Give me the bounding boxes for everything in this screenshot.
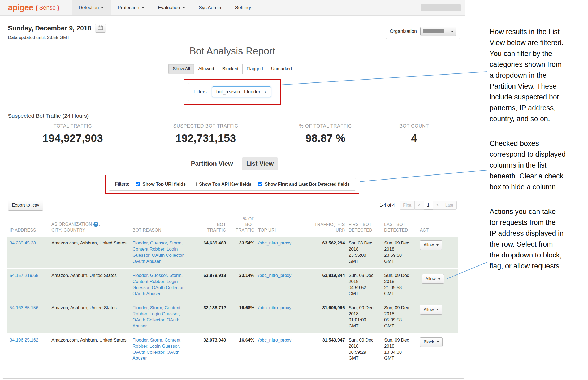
first-bot-detected-cell: Sun, 09 Dec 2018 01:01:00 GMT — [349, 301, 384, 333]
col-last-bot-detected: LAST BOT DETECTED — [384, 214, 420, 236]
export-csv-button[interactable]: Export to .csv — [8, 200, 43, 211]
pagination-last[interactable]: Last — [442, 201, 457, 210]
annotation-checkbox-note: Checked boxes correspond to displayed co… — [490, 138, 588, 193]
ip-address-link[interactable]: 34.239.45.28 — [10, 241, 36, 246]
checkbox-show-top-uri[interactable]: Show Top URI fields — [136, 182, 186, 187]
top-uri-link[interactable]: /bbc_nitro_proxy — [258, 273, 292, 278]
top-uri-link[interactable]: /bbc_nitro_proxy — [258, 305, 292, 310]
table-row: 54.157.219.68 Amazon, Ashburn, United St… — [7, 269, 458, 301]
ip-address-link[interactable]: 54.157.219.68 — [10, 273, 38, 278]
filter-annotation-box: Filters: bot_reason : Flooder x — [184, 79, 281, 105]
annotation-action-note: Actions you can take for requests from t… — [490, 206, 588, 272]
table-row: 34.239.45.28 Amazon.com, Ashburn, United… — [7, 236, 458, 269]
stat-label: % OF TOTAL TRAFFIC — [277, 123, 374, 129]
top-uri-link[interactable]: /bbc_nitro_proxy — [258, 241, 292, 246]
col-first-bot-detected: FIRST BOT DETECTED — [349, 214, 384, 236]
bot-reason-links[interactable]: Flooder, Guessor, Storm, Content Robber,… — [132, 241, 185, 264]
ip-address-link[interactable]: 34.196.25.162 — [10, 338, 38, 343]
first-bot-detected-cell: Sun, 09 Dec 2018 04:59:52 GMT — [349, 269, 384, 301]
as-organization-cell: Amazon, Ashburn, United States — [51, 301, 132, 333]
account-menu-redacted[interactable] — [421, 4, 461, 11]
organization-value-redacted — [423, 29, 444, 33]
pagination-range: 1-4 of 4 — [379, 203, 395, 208]
stat-suspected-bot-traffic: SUSPECTED BOT TRAFFIC 192,731,153 — [135, 123, 277, 145]
pagination-page-1[interactable]: 1 — [424, 201, 433, 210]
tab-flagged[interactable]: Flagged — [243, 64, 267, 74]
stat-label: SUSPECTED BOT TRAFFIC — [135, 123, 277, 129]
traffic-this-uri-cell: 31,606,996 — [309, 301, 349, 333]
nav-item-label: Settings — [235, 5, 252, 11]
last-bot-detected-cell: Sun, 09 Dec 2018 23:59:58 GMT — [384, 236, 420, 269]
tab-show-all[interactable]: Show All — [168, 64, 194, 74]
annotation-filter-note: How results in the List View below are f… — [490, 27, 588, 124]
stats-row: TOTAL TRAFFIC 194,927,903 SUSPECTED BOT … — [0, 123, 465, 145]
top-uri-link[interactable]: /bbc_nitro_proxy — [258, 338, 292, 343]
chevron-down-icon — [101, 7, 104, 8]
tab-blocked[interactable]: Blocked — [218, 64, 243, 74]
tab-allowed[interactable]: Allowed — [194, 64, 218, 74]
action-label: Allow — [425, 277, 435, 281]
stat-bot-count: BOT COUNT 4 — [374, 123, 454, 145]
table-header-row: IP ADDRESS AS ORGANIZATION?, CITY, COUNT… — [7, 214, 458, 236]
bot-traffic-cell: 32,073,040 — [194, 333, 230, 365]
as-organization-cell: Amazon.com, Ashburn, United States — [51, 236, 132, 269]
action-annotation-box: Allow — [420, 273, 446, 285]
bot-reason-links[interactable]: Flooder, Guessor, Storm, Content Robber,… — [132, 273, 185, 296]
col-bot-reason: BOT REASON — [132, 214, 194, 236]
traffic-this-uri-cell: 62,819,844 — [309, 269, 349, 301]
action-dropdown[interactable]: Allow — [420, 305, 442, 315]
action-dropdown[interactable]: Allow — [420, 240, 442, 250]
bot-reason-links[interactable]: Flooder, Storm, Content Robber, Login Gu… — [132, 305, 180, 329]
filters-label: Filters: — [194, 89, 208, 95]
pct-bot-traffic-cell: 33.14% — [230, 269, 258, 301]
sense-logo-text: { Sense } — [36, 4, 59, 11]
checkbox-show-top-api-key[interactable]: Show Top API Key fields — [192, 182, 251, 187]
chevron-down-icon — [451, 31, 453, 32]
nav-item-evaluation[interactable]: Evaluation — [151, 0, 192, 15]
nav-item-label: Evaluation — [158, 5, 180, 11]
filters-label: Filters: — [115, 181, 129, 187]
stat-value: 194,927,903 — [11, 132, 135, 145]
nav-item-label: Sys Admin — [199, 5, 221, 11]
col-bot-traffic: BOT TRAFFIC — [194, 214, 230, 236]
table-row: 54.163.85.156 Amazon, Ashburn, United St… — [7, 301, 458, 333]
organization-dropdown[interactable] — [420, 27, 456, 36]
data-updated-text: Data updated until: 23:55 GMT — [8, 35, 106, 40]
filter-tag-bot-reason: bot_reason : Flooder x — [212, 86, 271, 97]
organization-label: Organization — [390, 29, 417, 34]
date-block: Sunday, December 9, 2018 Data updated un… — [8, 24, 106, 40]
pagination-next[interactable]: > — [433, 201, 442, 210]
checkbox-label: Show Top API Key fields — [199, 182, 251, 187]
nav-item-sys-admin[interactable]: Sys Admin — [192, 0, 228, 15]
stat-value: 192,731,153 — [135, 132, 277, 145]
nav-item-protection[interactable]: Protection — [111, 0, 151, 15]
stats-section-label: Suspected Bot Traffic (24 Hours) — [8, 113, 465, 119]
chevron-down-icon — [182, 7, 185, 8]
stat-label: TOTAL TRAFFIC — [11, 123, 135, 129]
checkbox-input[interactable] — [192, 182, 197, 186]
action-dropdown[interactable]: Allow — [422, 274, 444, 284]
col-act: ACT — [420, 214, 458, 236]
tab-partition-view[interactable]: Partition View — [187, 157, 237, 170]
checkbox-show-first-last-detected[interactable]: Show First and Last Bot Detected fields — [258, 182, 350, 187]
status-filter-tabs: Show All Allowed Blocked Flagged Unmarke… — [0, 64, 465, 74]
stat-value: 4 — [374, 132, 454, 145]
pagination-prev[interactable]: < — [415, 201, 424, 210]
organization-selector: Organization — [386, 24, 460, 39]
calendar-button[interactable] — [95, 24, 106, 33]
checkbox-label: Show First and Last Bot Detected fields — [265, 182, 350, 187]
ip-address-link[interactable]: 54.163.85.156 — [10, 305, 38, 310]
close-icon[interactable]: x — [265, 89, 267, 95]
action-label: Block — [423, 340, 434, 344]
stat-pct-total-traffic: % OF TOTAL TRAFFIC 98.87 % — [277, 123, 374, 145]
bot-reason-links[interactable]: Flooder, Storm, Content Robber, Login Gu… — [132, 338, 180, 361]
tab-list-view[interactable]: List View — [242, 157, 278, 170]
checkbox-input[interactable] — [136, 182, 140, 186]
pagination-first[interactable]: First — [400, 201, 415, 210]
nav-item-settings[interactable]: Settings — [228, 0, 259, 15]
action-dropdown[interactable]: Block — [420, 337, 442, 347]
nav-item-detection[interactable]: Detection — [72, 0, 111, 15]
tab-unmarked[interactable]: Unmarked — [267, 64, 296, 74]
help-icon[interactable]: ? — [93, 222, 98, 227]
checkbox-input[interactable] — [258, 182, 262, 186]
